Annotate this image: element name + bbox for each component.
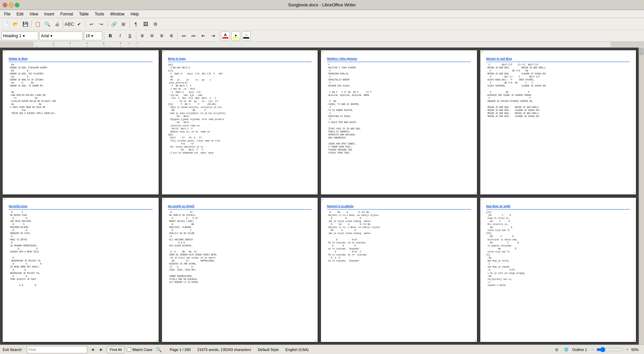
align-justify-button[interactable]: ≡ — [167, 32, 176, 40]
separator-f2 — [136, 32, 136, 40]
page-7-title[interactable]: Najveći ti si,oBože — [327, 204, 471, 210]
page-corner-br-3 — [474, 191, 476, 193]
page-corner-br-6 — [315, 339, 317, 341]
page-5-content: .D C NA KRIŽU ISUS .D A UZE MOJE GRIJEHE… — [9, 211, 153, 287]
export-pdf-button[interactable]: 📋 — [33, 20, 42, 28]
find-input[interactable] — [27, 346, 87, 353]
find-next-button[interactable]: ▶ — [98, 346, 105, 353]
style-arrow-icon: ▾ — [23, 34, 25, 38]
page-5-title[interactable]: Na križu Isus — [9, 204, 153, 210]
align-right-button[interactable]: ≡ — [157, 32, 166, 40]
menu-file[interactable]: File — [1, 11, 13, 17]
new-button[interactable]: 📄 — [1, 20, 10, 28]
page-5: Na križu Isus .D C NA KRIŽU ISUS .D A UZ… — [3, 198, 159, 342]
toggle-formatting-button[interactable]: ¶ — [131, 20, 140, 28]
menu-insert[interactable]: Insert — [42, 11, 57, 17]
style-dropdown[interactable]: Heading 1 ▾ — [1, 32, 38, 40]
page-1-title[interactable]: Dobar je Bog — [9, 57, 153, 62]
highlight-color-button[interactable]: ▲ — [231, 32, 240, 40]
spell-check-button[interactable]: ABC — [65, 20, 74, 28]
find-prev-button[interactable]: ◀ — [89, 346, 96, 353]
save-button[interactable]: 💾 — [21, 20, 30, 28]
window-title: Songbook.docx - LibreOffice Writer — [288, 2, 356, 7]
outline-label: Outline 1 — [572, 348, 587, 352]
view-web-button[interactable]: 🌐 — [563, 346, 570, 353]
print-preview-button[interactable]: 🔍 — [43, 20, 52, 28]
view-normal-button[interactable]: ▤ — [553, 346, 560, 353]
find-all-button[interactable]: Find All — [107, 346, 125, 353]
align-left-button[interactable]: ≡ — [138, 32, 147, 40]
match-case-checkbox[interactable] — [127, 347, 131, 352]
zoom-out-button[interactable]: − — [590, 347, 595, 352]
size-arrow-icon: ▾ — [91, 34, 93, 38]
separator-2 — [63, 20, 63, 28]
insert-link-button[interactable]: 🔗 — [109, 20, 118, 28]
svg-text:4: 4 — [103, 42, 104, 44]
separator-5 — [129, 20, 130, 28]
menu-table[interactable]: Table — [76, 11, 92, 17]
maximize-button[interactable] — [15, 3, 19, 7]
font-dropdown[interactable]: Arial ▾ — [39, 32, 83, 40]
shadow-button[interactable]: S — [125, 32, 134, 40]
titlebar: Songbook.docx - LibreOffice Writer — [0, 0, 644, 10]
font-size-dropdown[interactable]: 18 ▾ — [84, 32, 102, 40]
print-button[interactable]: 🖨 — [53, 20, 61, 28]
page-3-title[interactable]: Molitvu i tihu pjesmu — [327, 57, 471, 62]
document-area: Dobar je Bog Em -DOBAR JE BOG, PJEVAJMO … — [0, 48, 639, 345]
zoom-in-button[interactable]: + — [625, 347, 630, 352]
menu-help[interactable]: Help — [128, 11, 142, 17]
page-7-content: .D Em A D-/C# Bm Najveći ti si,o Bože, n… — [327, 211, 471, 263]
undo-button[interactable]: ↩ — [87, 20, 96, 28]
menu-window[interactable]: Window — [108, 11, 127, 17]
page-2: Moju je tugu [m1] .F-Bb-Gm7-Bb/C-C [c1] … — [162, 50, 318, 194]
scrollbar-vertical[interactable] — [639, 48, 644, 345]
separator-3 — [85, 20, 86, 28]
find-search-button[interactable]: 🔍 — [154, 345, 163, 354]
scrollbar-thumb[interactable] — [640, 48, 643, 55]
autocorrect-button[interactable]: ✔ — [75, 20, 84, 28]
italic-button[interactable]: I — [116, 32, 124, 40]
font-color-button[interactable]: A — [221, 32, 230, 40]
separator-f3 — [177, 32, 178, 40]
page-corner-tl-6 — [163, 199, 165, 201]
indent-increase-button[interactable]: ⇥ — [209, 32, 217, 40]
word-count: 21675 words, 135343 characters — [197, 348, 251, 352]
toolbar-standard: 📄 📂 💾 📋 🔍 🖨 ABC ✔ ↩ ↪ 🔗 ⊞ ¶ 🖼 ⚙ — [0, 18, 644, 30]
highlight-label: ▲ — [234, 33, 237, 37]
zoom-level: 50% — [631, 348, 641, 352]
navigator-button[interactable]: ⚙ — [151, 20, 160, 28]
zoom-slider[interactable] — [596, 347, 623, 352]
indent-decrease-button[interactable]: ⇤ — [199, 32, 208, 40]
open-button[interactable]: 📂 — [11, 20, 20, 28]
list-ordered-button[interactable]: ≔ — [189, 32, 198, 40]
page-6-content: .D D7 -NA ZEMLJI SU ŽIVJELI .G G E A7 MN… — [168, 211, 312, 284]
menu-edit[interactable]: Edit — [14, 11, 26, 17]
menu-format[interactable]: Format — [58, 11, 76, 17]
page-corner-tl-2 — [163, 51, 165, 53]
insert-table-button[interactable]: ⊞ — [119, 20, 128, 28]
statusbar: Exit Search ◀ ▶ Find All Match Case 🔍 Pa… — [0, 345, 644, 354]
page-corner-tl-8 — [481, 199, 483, 201]
bold-button[interactable]: B — [106, 32, 115, 40]
menu-tools[interactable]: Tools — [92, 11, 107, 17]
minimize-button[interactable] — [9, 3, 13, 7]
close-button[interactable] — [3, 3, 7, 7]
list-unordered-button[interactable]: ≔ — [179, 32, 188, 40]
align-center-button[interactable]: ≡ — [148, 32, 156, 40]
default-style: Default Style — [258, 348, 279, 352]
highlight-color-indicator — [233, 37, 239, 39]
page-6-title[interactable]: Na zemlji su živjeli — [168, 204, 312, 210]
page-7: Najveći ti si,oBože .D Em A D-/C# Bm Naj… — [321, 198, 477, 342]
border-color-button[interactable]: □ — [242, 32, 251, 40]
exit-search-label[interactable]: Exit Search — [3, 348, 21, 352]
separator-1 — [31, 20, 32, 28]
window-controls[interactable] — [3, 3, 19, 7]
page-corner-br-7 — [474, 339, 476, 341]
page-2-title[interactable]: Moju je tugu — [168, 57, 312, 62]
menu-view[interactable]: View — [27, 11, 41, 17]
redo-button[interactable]: ↪ — [97, 20, 106, 28]
page-4-title[interactable]: Moćan je naš Bog — [486, 57, 630, 62]
insert-image-button[interactable]: 🖼 — [141, 20, 150, 28]
page-8-title[interactable]: Nas Bog Je Velik — [486, 204, 630, 210]
page-6: Na zemlji su živjeli .D D7 -NA ZEMLJI SU… — [162, 198, 318, 342]
